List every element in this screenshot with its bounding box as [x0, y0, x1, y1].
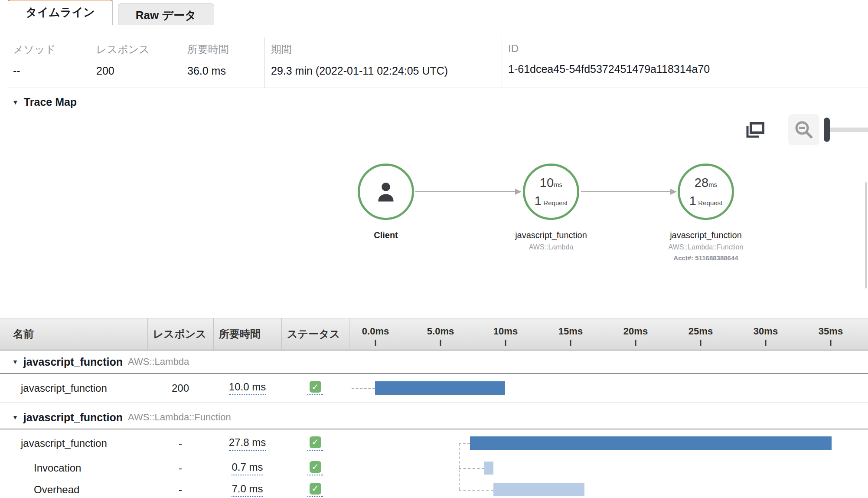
status-underline	[307, 394, 323, 395]
summary-label: 所要時間	[187, 43, 264, 56]
axis-tick-mark	[375, 340, 376, 346]
axis-tick-mark	[635, 340, 636, 346]
column-header-name[interactable]: 名前	[0, 318, 147, 350]
node-latency-unit: ms	[708, 181, 717, 188]
bar-connector	[459, 443, 470, 444]
status-ok-check-icon: ✓	[310, 436, 321, 448]
bring-to-front-icon	[746, 122, 764, 138]
summary-value: 1-61dcea45-54fd5372451479a118314a70	[508, 63, 868, 75]
summary-label: 期間	[271, 43, 502, 56]
timeline-rows: ▼ javascript_function AWS::Lambda javasc…	[0, 351, 868, 498]
node-count: 1	[689, 194, 696, 208]
axis-tick-mark	[700, 340, 702, 346]
summary-label: ID	[508, 43, 868, 55]
axis-tick-label: 0.0ms	[362, 326, 389, 337]
segment-status: ✓	[281, 457, 349, 479]
trace-map-node-lambda-function-label: javascript_function AWS::Lambda::Functio…	[669, 230, 744, 262]
trace-map-toolbar	[729, 111, 868, 149]
segment-row[interactable]: javascript_function 200 10.0 ms ✓	[0, 374, 868, 403]
summary-value: --	[13, 65, 90, 77]
group-collapse-icon[interactable]: ▼	[12, 414, 18, 421]
segment-response: 200	[147, 374, 213, 402]
segment-status: ✓	[281, 479, 349, 498]
summary-field: メソッド--	[9, 37, 90, 88]
column-header-duration[interactable]: 所要時間	[213, 318, 281, 350]
node-account: Acct#: 511688388644	[669, 254, 744, 262]
group-name: javascript_function	[23, 411, 123, 424]
segment-row[interactable]: Overhead - 7.0 ms ✓	[0, 479, 868, 498]
xray-trace-page: タイムライン Raw データ メソッド--レスポンス200所要時間36.0 ms…	[0, 0, 868, 498]
group-type: AWS::Lambda	[128, 356, 189, 367]
summary-field: 所要時間36.0 ms	[181, 37, 264, 88]
segment-response: -	[147, 457, 213, 479]
group-rows: javascript_function 200 10.0 ms ✓	[0, 374, 868, 403]
segment-row[interactable]: javascript_function - 27.8 ms ✓	[0, 429, 868, 457]
segment-duration: 0.7 ms	[213, 457, 281, 479]
axis-tick-label: 20ms	[623, 326, 648, 337]
segment-response: -	[147, 479, 213, 498]
trace-map-node-lambda[interactable]: 10ms 1 Request	[523, 164, 579, 220]
segment-timeline-cell	[349, 479, 868, 498]
summary-field: レスポンス200	[90, 37, 181, 88]
trace-map-section-header[interactable]: ▼ Trace Map	[12, 95, 868, 109]
group-collapse-icon[interactable]: ▼	[12, 358, 18, 365]
trace-map-collapse-icon[interactable]: ▼	[12, 98, 19, 106]
zoom-slider-track[interactable]	[830, 128, 868, 132]
fit-to-window-button[interactable]	[746, 122, 764, 138]
segment-group-header[interactable]: ▼ javascript_function AWS::Lambda::Funct…	[0, 406, 868, 429]
zoom-out-icon	[794, 120, 814, 140]
segment-duration-link[interactable]: 10.0 ms	[229, 381, 266, 395]
axis-tick-label: 10ms	[493, 326, 518, 337]
column-header-status[interactable]: ステータス	[281, 318, 349, 350]
user-icon	[374, 180, 398, 204]
axis-tick-mark	[505, 340, 506, 346]
group-type: AWS::Lambda::Function	[128, 412, 231, 423]
bracket-connector	[459, 443, 460, 490]
node-type: AWS::Lambda	[515, 243, 587, 251]
axis-tick-label: 15ms	[558, 326, 583, 337]
segment-duration-link[interactable]: 27.8 ms	[229, 436, 266, 451]
axis-tick-mark	[830, 340, 832, 346]
status-underline	[307, 475, 323, 475]
vertical-scrollbar[interactable]	[865, 182, 867, 288]
segment-group-header[interactable]: ▼ javascript_function AWS::Lambda	[0, 351, 868, 374]
axis-tick-mark	[570, 340, 571, 346]
trace-summary-band: メソッド--レスポンス200所要時間36.0 ms期間29.3 min (202…	[9, 37, 868, 88]
trace-map-node-lambda-label: javascript_function AWS::Lambda	[515, 230, 587, 251]
summary-field: 期間29.3 min (2022-01-11 02:24:05 UTC)	[264, 37, 502, 88]
trace-map-canvas: Client 10ms 1 Request javascript_functio…	[0, 109, 868, 318]
segment-status: ✓	[281, 374, 349, 402]
zoom-slider-handle[interactable]	[824, 118, 830, 142]
node-latency: 28	[695, 176, 708, 190]
segment-response: -	[147, 429, 213, 457]
status-underline	[307, 496, 323, 497]
axis-tick-label: 30ms	[754, 326, 778, 337]
node-count-unit: Request	[543, 199, 568, 206]
status-ok-check-icon: ✓	[310, 461, 321, 473]
tab-timeline[interactable]: タイムライン	[8, 0, 113, 25]
segment-row[interactable]: Invocation - 0.7 ms ✓	[0, 457, 868, 479]
segment-name: javascript_function	[0, 429, 147, 457]
column-header-response[interactable]: レスポンス	[147, 318, 213, 350]
time-axis: 0.0ms5.0ms10ms15ms20ms25ms30ms35ms	[349, 318, 868, 350]
segment-timeline-cell	[349, 429, 868, 457]
trace-map-node-lambda-function[interactable]: 28ms 1 Request	[678, 164, 734, 220]
node-label: javascript_function	[669, 230, 744, 240]
trace-map-node-client-label: Client	[374, 230, 398, 240]
segment-name: Invocation	[0, 457, 147, 479]
axis-tick-label: 5.0ms	[427, 326, 454, 337]
segment-duration: 10.0 ms	[213, 374, 281, 402]
segment-duration-link[interactable]: 0.7 ms	[232, 461, 263, 475]
segment-bar	[470, 436, 832, 450]
segment-duration-link[interactable]: 7.0 ms	[232, 483, 263, 497]
zoom-out-button[interactable]	[788, 114, 819, 145]
trace-map-node-client[interactable]	[358, 164, 414, 220]
status-ok-check-icon: ✓	[310, 381, 321, 393]
axis-tick-mark	[440, 340, 441, 346]
node-count: 1	[535, 194, 542, 208]
node-count-unit: Request	[698, 199, 722, 206]
tab-raw-data[interactable]: Raw データ	[118, 3, 214, 25]
group-name: javascript_function	[23, 356, 123, 368]
summary-value: 200	[96, 65, 181, 77]
node-label: Client	[374, 230, 398, 240]
